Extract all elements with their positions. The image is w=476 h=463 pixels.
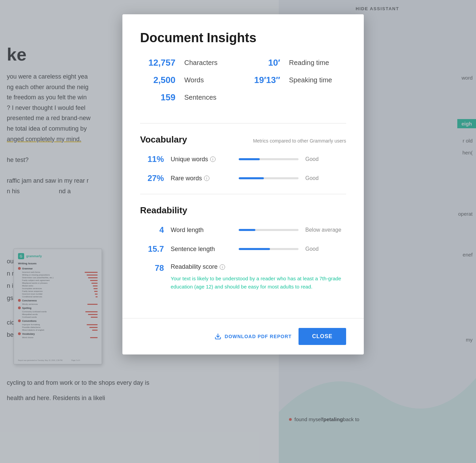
sentence-length-bar-fill xyxy=(239,248,270,250)
stat-characters-label: Characters xyxy=(184,59,241,67)
sentence-length-number: 15.7 xyxy=(140,244,171,254)
vocabulary-section-subtitle: Metrics compared to other Grammarly user… xyxy=(253,138,346,144)
readability-description: Your text is likely to be understood by … xyxy=(171,275,346,291)
vocabulary-section-title: Vocabulary xyxy=(140,134,187,145)
stat-speaking-label: Speaking time xyxy=(289,76,346,84)
rare-words-number: 27% xyxy=(140,173,171,183)
rare-words-bar-fill xyxy=(239,177,264,179)
stat-speaking-number: 19′13″ xyxy=(245,75,286,85)
close-button[interactable]: CLOSE xyxy=(299,328,346,345)
word-length-label: Word length xyxy=(171,227,204,234)
readability-score-number: 78 xyxy=(140,263,171,273)
word-length-row: 4 Word length Below average xyxy=(140,225,346,235)
readability-score-row: 78 Readability score i Your text is like… xyxy=(140,263,346,291)
rare-words-info-icon[interactable]: i xyxy=(204,176,209,181)
stat-characters-number: 12,757 xyxy=(140,57,181,68)
word-length-bar xyxy=(239,229,299,231)
stat-sentences-label: Sentences xyxy=(184,94,241,101)
modal-body: Document Insights 12,757 Characters 10′ … xyxy=(122,14,364,307)
vocabulary-section-header: Vocabulary Metrics compared to other Gra… xyxy=(140,134,346,145)
word-length-number: 4 xyxy=(140,225,171,235)
stat-sentences-number: 159 xyxy=(140,92,181,103)
rare-words-label: Rare words xyxy=(171,175,202,182)
sentence-length-row: 15.7 Sentence length Good xyxy=(140,244,346,254)
unique-words-number: 11% xyxy=(140,154,171,164)
word-length-bar-fill xyxy=(239,229,255,231)
rare-words-rating: Good xyxy=(305,175,346,181)
readability-section-header: Readability xyxy=(140,205,346,216)
word-length-label-group: Word length xyxy=(171,227,232,234)
sentence-length-rating: Good xyxy=(305,246,346,252)
rare-words-bar xyxy=(239,177,299,179)
readability-score-label-group: Readability score i xyxy=(171,263,232,270)
download-icon xyxy=(215,333,221,340)
modal-title: Document Insights xyxy=(140,31,346,45)
unique-words-info-icon[interactable]: i xyxy=(210,156,216,162)
unique-words-label: Unique words xyxy=(171,156,208,163)
readability-score-label: Readability score xyxy=(171,263,218,270)
readability-score-content: Readability score i Your text is likely … xyxy=(171,263,346,291)
vocab-divider xyxy=(140,123,346,123)
stat-words-label: Words xyxy=(184,76,241,84)
document-insights-modal: Document Insights 12,757 Characters 10′ … xyxy=(122,14,364,354)
sentence-length-bar xyxy=(239,248,299,250)
unique-words-bar xyxy=(239,158,299,160)
readability-score-info-icon[interactable]: i xyxy=(220,264,225,270)
unique-words-label-group: Unique words i xyxy=(171,156,232,163)
unique-words-rating: Good xyxy=(305,156,346,162)
unique-words-bar-fill xyxy=(239,158,260,160)
rare-words-row: 27% Rare words i Good xyxy=(140,173,346,183)
unique-words-row: 11% Unique words i Good xyxy=(140,154,346,164)
stats-grid: 12,757 Characters 10′ Reading time 2,500… xyxy=(140,57,346,110)
stat-words-number: 2,500 xyxy=(140,75,181,85)
sentence-length-label: Sentence length xyxy=(171,246,215,253)
readability-divider xyxy=(140,194,346,194)
stat-reading-number: 10′ xyxy=(245,57,286,68)
word-length-rating: Below average xyxy=(305,227,346,233)
readability-section-title: Readability xyxy=(140,205,187,216)
rare-words-label-group: Rare words i xyxy=(171,175,232,182)
sentence-length-label-group: Sentence length xyxy=(171,246,232,253)
stat-reading-label: Reading time xyxy=(289,59,346,67)
download-pdf-button[interactable]: DOWNLOAD PDF REPORT xyxy=(215,333,292,340)
modal-footer: DOWNLOAD PDF REPORT CLOSE xyxy=(122,318,364,354)
